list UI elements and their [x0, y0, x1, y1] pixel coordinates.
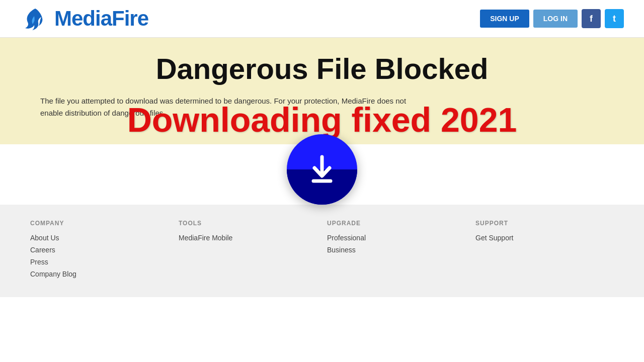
facebook-button[interactable]: f [582, 9, 601, 28]
overlay-text: Downloading fixed 2021 [0, 100, 644, 139]
download-icon-container [0, 134, 644, 205]
footer-upgrade: UPGRADE Professional Business [327, 220, 465, 282]
twitter-button[interactable]: t [605, 9, 624, 28]
header-left: MediaFire [20, 6, 148, 31]
footer-tools: TOOLS MediaFire Mobile [179, 220, 317, 282]
login-button[interactable]: LOG IN [533, 10, 578, 28]
footer-link-professional[interactable]: Professional [327, 234, 465, 242]
footer-support: SUPPORT Get Support [475, 220, 614, 282]
footer-company-heading: COMPANY [30, 220, 169, 227]
footer-link-press[interactable]: Press [30, 258, 169, 266]
footer-upgrade-heading: UPGRADE [327, 220, 465, 227]
footer-tools-heading: TOOLS [179, 220, 317, 227]
footer: COMPANY About Us Careers Press Company B… [0, 205, 644, 297]
logo-icon [20, 6, 50, 31]
twitter-icon: t [613, 14, 616, 24]
header-right: SIGN UP LOG IN f t [480, 9, 624, 28]
download-circle [287, 134, 357, 205]
footer-link-careers[interactable]: Careers [30, 246, 169, 254]
footer-support-heading: SUPPORT [475, 220, 614, 227]
logo: MediaFire [20, 6, 148, 31]
header: MediaFire SIGN UP LOG IN f t [0, 0, 644, 38]
download-icon [304, 152, 340, 187]
signup-button[interactable]: SIGN UP [480, 10, 529, 28]
footer-company: COMPANY About Us Careers Press Company B… [30, 220, 169, 282]
main-content: Dangerous File Blocked The file you atte… [0, 38, 644, 205]
footer-link-about[interactable]: About Us [30, 234, 169, 242]
page-title: Dangerous File Blocked [40, 53, 604, 85]
footer-link-get-support[interactable]: Get Support [475, 234, 614, 242]
facebook-icon: f [590, 14, 593, 24]
footer-link-mobile[interactable]: MediaFire Mobile [179, 234, 317, 242]
danger-block: Dangerous File Blocked The file you atte… [0, 38, 644, 144]
footer-link-business[interactable]: Business [327, 246, 465, 254]
logo-text: MediaFire [54, 7, 148, 31]
footer-link-blog[interactable]: Company Blog [30, 270, 169, 278]
